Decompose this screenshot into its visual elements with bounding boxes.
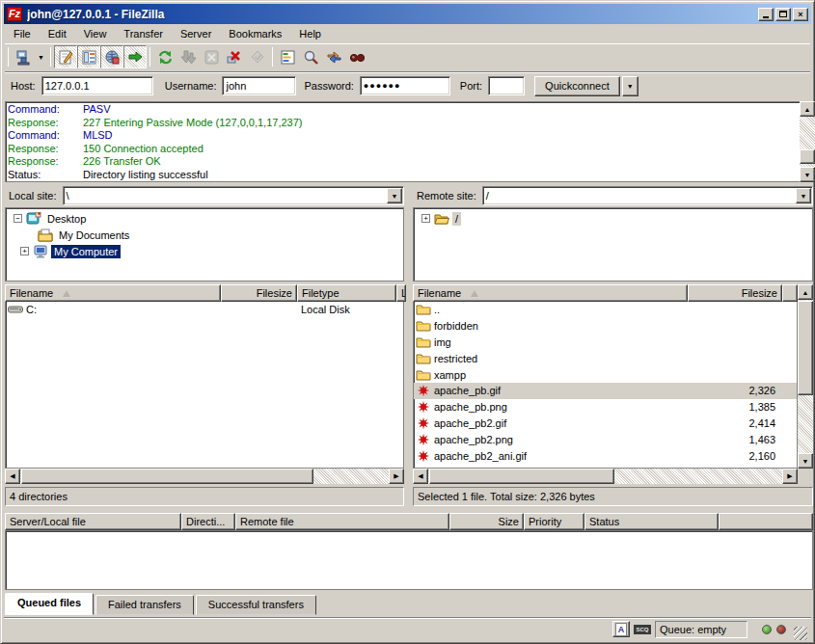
refresh-button[interactable] [153,45,177,68]
menu-edit[interactable]: Edit [40,26,75,41]
toolbar: ▼ [5,43,810,69]
remote-list-vscrollbar[interactable]: ▲ ▼ [798,284,813,469]
menu-file[interactable]: File [5,26,40,41]
remote-site-combobox[interactable]: / ▼ [482,186,813,205]
menu-transfer[interactable]: Transfer [115,26,172,41]
scrollbar-thumb[interactable] [800,149,815,164]
column-header-status[interactable]: Status [584,513,719,530]
maximize-button[interactable] [775,8,791,21]
tree-item-label: Desktop [44,212,89,226]
file-row-c-drive[interactable]: C: Local Disk [6,302,403,318]
quickconnect-dropdown[interactable]: ▼ [622,76,638,96]
column-header-size[interactable]: Size [449,513,524,530]
scroll-down-arrow[interactable]: ▼ [800,167,815,182]
tab-failed-transfers[interactable]: Failed transfers [95,595,194,615]
scrollbar-thumb[interactable] [798,301,813,395]
column-header-remote-file[interactable]: Remote file [235,513,449,530]
scroll-left-arrow[interactable]: ◀ [413,469,428,484]
menu-view[interactable]: View [75,26,116,41]
expand-icon[interactable]: + [421,214,430,223]
column-header-server-local-file[interactable]: Server/Local file [5,513,181,530]
scroll-up-arrow[interactable]: ▲ [798,284,813,300]
close-button[interactable]: × [793,8,808,21]
menu-help[interactable]: Help [290,26,330,41]
tree-item-my-documents[interactable]: My Documents [6,227,403,243]
remote-treeview-icon [104,49,121,66]
toggle-message-log-button[interactable] [54,45,77,68]
scroll-up-arrow[interactable]: ▲ [800,101,815,117]
toggle-remote-treeview-button[interactable] [100,45,123,68]
local-list-hscrollbar[interactable]: ◀ ▶ [5,469,404,484]
column-header-filesize[interactable]: Filesize [688,284,782,302]
minimize-button[interactable] [758,8,774,21]
scrollbar-thumb[interactable] [21,469,313,484]
username-input[interactable] [222,76,296,95]
column-header-priority[interactable]: Priority [524,513,584,530]
ascii-type-icon: A [615,623,627,636]
file-size: 2,326 [687,385,781,396]
scroll-left-arrow[interactable]: ◀ [5,469,20,484]
menu-server[interactable]: Server [172,26,220,41]
file-row[interactable]: xampp [414,366,797,383]
file-size: 1,463 [687,434,781,445]
tab-successful-transfers[interactable]: Successful transfers [196,595,316,615]
menu-bookmarks[interactable]: Bookmarks [220,26,290,41]
tree-item-my-computer[interactable]: + My Computer [6,243,403,259]
remote-list-hscrollbar[interactable]: ◀ ▶ [413,469,798,484]
file-row[interactable]: .. [414,302,797,318]
disconnect-button[interactable] [223,45,246,68]
collapse-icon[interactable]: − [14,214,22,223]
tree-item-desktop[interactable]: − Desktop [6,210,403,227]
expand-icon[interactable]: + [20,247,29,255]
message-log-icon [58,49,74,66]
file-row[interactable]: apache_pb2.png 1,463 [414,431,797,447]
column-header-direction[interactable]: Directi... [181,513,235,530]
file-row-selected[interactable]: apache_pb.gif 2,326 [414,383,797,399]
titlebar[interactable]: Fz john@127.0.0.1 - FileZilla × [4,4,811,24]
cancel-operation-button[interactable] [200,45,223,68]
scrollbar-thumb[interactable] [429,469,614,484]
column-header-filetype[interactable]: Filetype [297,284,396,302]
file-row[interactable]: apache_pb2_ani.gif 2,160 [414,447,797,464]
local-list-header: Filename Filesize Filetype L [5,284,404,302]
process-queue-button[interactable] [177,45,200,68]
column-header-last-modified[interactable]: L [396,284,406,302]
transfer-queue-list[interactable] [5,530,813,590]
file-row[interactable]: restricted [414,350,797,366]
tree-item-root[interactable]: + / [414,210,812,227]
find-files-button[interactable] [345,45,368,68]
tab-queued-files[interactable]: Queued files [5,593,94,615]
column-header-filename[interactable]: Filename [413,284,688,302]
quickconnect-button[interactable]: Quickconnect [534,76,620,96]
password-input[interactable] [360,76,450,95]
site-manager-button[interactable] [12,45,35,68]
file-row[interactable]: apache_pb2.gif 2,414 [414,416,797,432]
toggle-local-treeview-button[interactable] [77,45,100,68]
reconnect-button[interactable] [246,45,269,68]
synchronized-browsing-icon [326,49,342,66]
file-row[interactable]: apache_pb.png 1,385 [414,399,797,416]
scroll-right-arrow[interactable]: ▶ [782,469,798,484]
chevron-down-icon[interactable]: ▼ [387,188,402,203]
toggle-transfer-queue-button[interactable] [123,45,147,68]
file-row[interactable]: img [414,335,797,351]
quickconnect-bar: Host: Username: Password: Port: Quickcon… [5,71,810,99]
column-header-filename[interactable]: Filename [5,284,221,302]
compare-directories-button[interactable] [299,45,322,68]
directory-listing-filters-button[interactable] [276,45,299,68]
column-header-filesize[interactable]: Filesize [221,284,297,302]
speed-limits-indicator[interactable]: SCQ [634,621,651,637]
site-manager-dropdown[interactable]: ▼ [35,45,47,68]
host-input[interactable] [41,76,153,95]
log-scrollbar[interactable]: ▲ ▼ [800,101,815,182]
local-site-combobox[interactable]: \ ▼ [63,186,404,205]
transfer-type-indicator[interactable]: A [612,621,630,637]
file-row[interactable]: forbidden [414,318,797,335]
file-name: apache_pb.gif [434,385,501,396]
synchronized-browsing-button[interactable] [322,45,345,68]
chevron-down-icon[interactable]: ▼ [796,188,811,203]
scroll-down-arrow[interactable]: ▼ [798,453,813,469]
resize-grip[interactable] [794,627,807,640]
port-input[interactable] [488,76,525,95]
scroll-right-arrow[interactable]: ▶ [389,469,404,484]
